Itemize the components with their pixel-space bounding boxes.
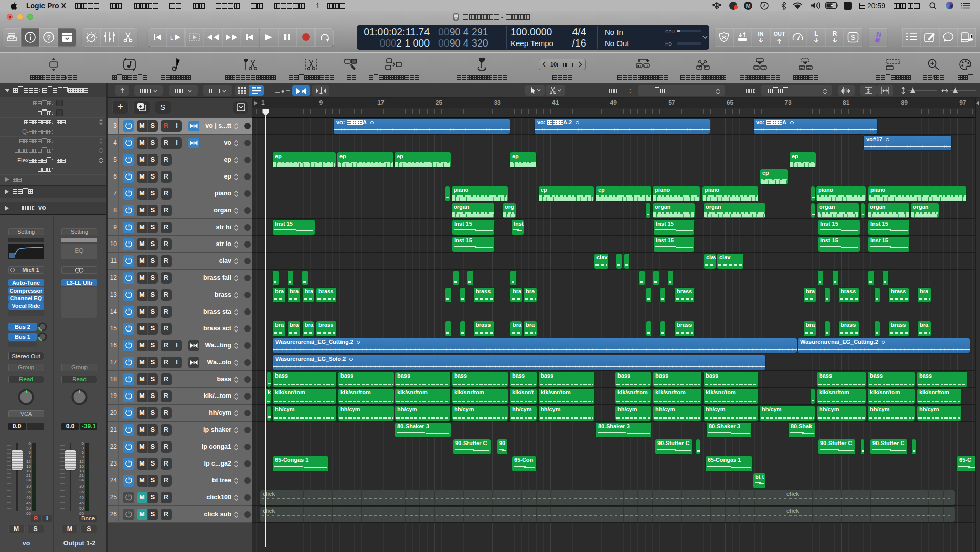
- svg-text:L: L: [170, 35, 173, 41]
- svg-text:S: S: [851, 34, 856, 41]
- svg-text:+: +: [139, 103, 142, 109]
- svg-text:?: ?: [47, 34, 50, 41]
